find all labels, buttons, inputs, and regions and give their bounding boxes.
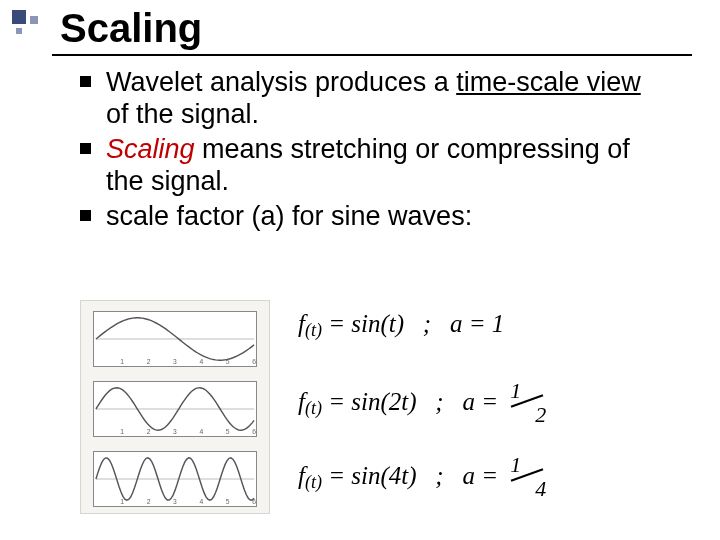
- eq-arg: (t): [305, 398, 322, 419]
- equation-row-1: f (t) = sin(t) ; a = 1: [298, 310, 504, 338]
- svg-text:1: 1: [120, 428, 124, 435]
- sine-plots-panel: 123456 123456 123456: [80, 300, 270, 514]
- bullet-list: Wavelet analysis produces a time-scale v…: [80, 66, 660, 234]
- sine-curve-icon: 123456: [94, 452, 256, 506]
- svg-text:4: 4: [199, 358, 203, 365]
- eq-f: f: [298, 310, 305, 338]
- plot-sin-t: 123456: [93, 311, 257, 367]
- svg-text:6: 6: [252, 498, 256, 505]
- eq-f: f: [298, 388, 305, 416]
- svg-text:2: 2: [147, 498, 151, 505]
- svg-text:3: 3: [173, 498, 177, 505]
- plot-sin-2t: 123456: [93, 381, 257, 437]
- figure-area: 123456 123456 123456 f (t) = sin(t) ; a …: [80, 294, 660, 524]
- svg-text:5: 5: [226, 358, 230, 365]
- svg-text:6: 6: [252, 358, 256, 365]
- svg-text:6: 6: [252, 428, 256, 435]
- bullet-item: scale factor (a) for sine waves:: [80, 200, 660, 232]
- svg-text:5: 5: [226, 498, 230, 505]
- eq-body: = sin(t) ; a = 1: [322, 310, 504, 338]
- svg-text:3: 3: [173, 428, 177, 435]
- page-title: Scaling: [60, 6, 202, 51]
- text: of the signal.: [106, 99, 259, 129]
- svg-text:5: 5: [226, 428, 230, 435]
- svg-text:2: 2: [147, 428, 151, 435]
- equation-row-3: f (t) = sin(4t) ; a = 1 4: [298, 454, 548, 498]
- eq-arg: (t): [305, 320, 322, 341]
- eq-arg: (t): [305, 472, 322, 493]
- fraction-icon: 1 4: [508, 454, 548, 498]
- sine-curve-icon: 123456: [94, 382, 256, 436]
- eq-f: f: [298, 462, 305, 490]
- frac-num: 1: [510, 452, 521, 478]
- sine-curve-icon: 123456: [94, 312, 256, 366]
- svg-text:4: 4: [199, 428, 203, 435]
- bullet-item: Scaling means stretching or compressing …: [80, 133, 660, 198]
- eq-body: = sin(2t) ; a =: [322, 388, 504, 416]
- equation-row-2: f (t) = sin(2t) ; a = 1 2: [298, 380, 548, 424]
- frac-num: 1: [510, 378, 521, 404]
- frac-den: 4: [535, 476, 546, 502]
- text: scale factor (a) for sine waves:: [106, 201, 472, 231]
- svg-text:4: 4: [199, 498, 203, 505]
- plot-sin-4t: 123456: [93, 451, 257, 507]
- frac-den: 2: [535, 402, 546, 428]
- title-underline: [52, 54, 692, 56]
- svg-text:1: 1: [120, 358, 124, 365]
- fraction-icon: 1 2: [508, 380, 548, 424]
- svg-text:1: 1: [120, 498, 124, 505]
- underlined-text: time-scale view: [456, 67, 641, 97]
- text: Wavelet analysis produces a: [106, 67, 456, 97]
- equations-block: f (t) = sin(t) ; a = 1 f (t) = sin(2t) ;…: [298, 294, 658, 514]
- emphasis-text: Scaling: [106, 134, 195, 164]
- slide-ornament: [12, 10, 52, 42]
- svg-text:3: 3: [173, 358, 177, 365]
- svg-text:2: 2: [147, 358, 151, 365]
- bullet-item: Wavelet analysis produces a time-scale v…: [80, 66, 660, 131]
- eq-body: = sin(4t) ; a =: [322, 462, 504, 490]
